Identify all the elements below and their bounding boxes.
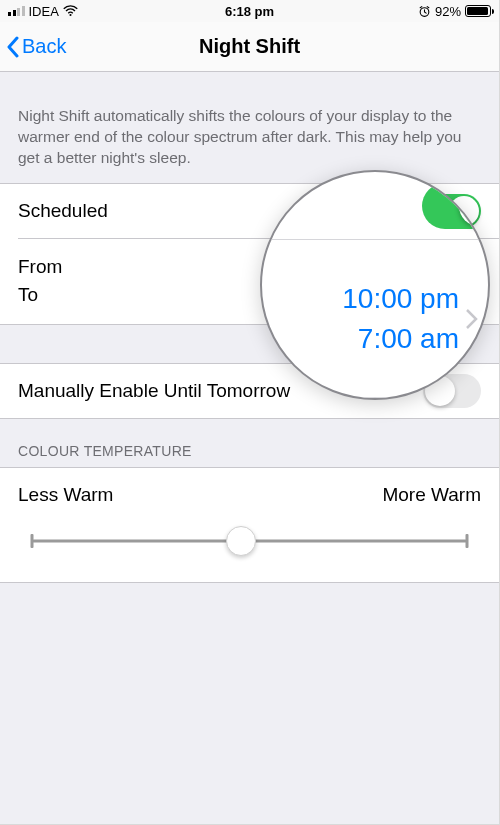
battery-percentage: 92% — [435, 4, 461, 19]
slider-thumb[interactable] — [226, 526, 256, 556]
description-text: Night Shift automatically shifts the col… — [0, 72, 499, 183]
carrier-label: IDEA — [29, 4, 59, 19]
from-label: From — [18, 256, 62, 278]
status-bar: IDEA 6:18 pm 92% — [0, 0, 499, 22]
colour-temperature-group: Less Warm More Warm — [0, 467, 499, 583]
night-shift-screen: IDEA 6:18 pm 92% Back Night Shift — [0, 0, 500, 825]
magnified-to-value: 7:00 am — [358, 323, 459, 355]
less-warm-label: Less Warm — [18, 484, 113, 506]
battery-icon — [465, 5, 491, 17]
back-button[interactable]: Back — [0, 35, 66, 58]
svg-point-0 — [69, 14, 71, 16]
back-label: Back — [22, 35, 66, 58]
alarm-icon — [418, 5, 431, 18]
colour-temperature-header: COLOUR TEMPERATURE — [0, 419, 499, 467]
scheduled-label: Scheduled — [18, 200, 108, 222]
magnifier-callout: 10:00 pm 7:00 am — [260, 170, 490, 400]
chevron-left-icon — [6, 36, 20, 58]
chevron-right-icon — [465, 308, 478, 330]
magnified-from-value: 10:00 pm — [342, 283, 459, 315]
page-title: Night Shift — [0, 35, 499, 58]
colour-temperature-slider[interactable] — [18, 526, 481, 556]
to-label: To — [18, 284, 62, 306]
more-warm-label: More Warm — [382, 484, 481, 506]
nav-bar: Back Night Shift — [0, 22, 499, 72]
cell-signal-icon — [8, 6, 25, 16]
wifi-icon — [63, 5, 78, 17]
manual-enable-label: Manually Enable Until Tomorrow — [18, 380, 290, 402]
